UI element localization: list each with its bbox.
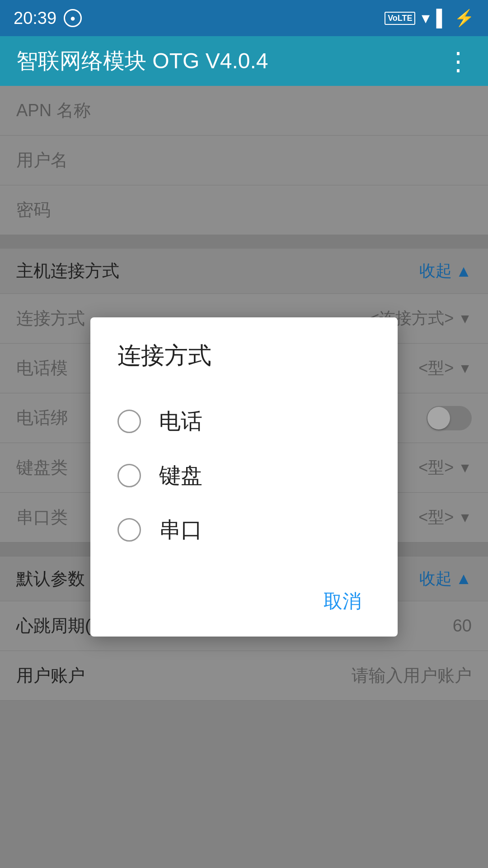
status-bar: 20:39 ● VoLTE ▾ ▌ ⚡: [0, 0, 488, 36]
battery-icon: ⚡: [454, 9, 474, 28]
connection-method-dialog: 连接方式 电话 键盘 串口 取消: [90, 317, 398, 637]
status-icons-group: VoLTE ▾ ▌ ⚡: [385, 9, 474, 28]
more-options-icon[interactable]: ⋮: [446, 47, 472, 76]
volte-icon: VoLTE: [385, 12, 415, 25]
app-title: 智联网络模块 OTG V4.0.4: [16, 47, 268, 75]
status-time-group: 20:39 ●: [14, 9, 82, 28]
signal-icon: ▌: [436, 9, 448, 28]
radio-circle-keyboard: [117, 464, 141, 487]
radio-circle-phone: [117, 410, 141, 433]
radio-circle-serial: [117, 518, 141, 542]
dialog-cancel-button[interactable]: 取消: [314, 584, 371, 618]
time-display: 20:39: [14, 9, 56, 28]
radio-label-serial: 串口: [159, 515, 202, 544]
radio-option-serial[interactable]: 串口: [117, 503, 371, 557]
radio-label-keyboard: 键盘: [159, 461, 202, 490]
app-bar: 智联网络模块 OTG V4.0.4 ⋮: [0, 36, 488, 86]
radio-label-phone: 电话: [159, 407, 202, 436]
dialog-actions: 取消: [117, 575, 371, 618]
wifi-icon: ▾: [422, 9, 430, 28]
radio-option-keyboard[interactable]: 键盘: [117, 448, 371, 503]
pocket-icon: ●: [64, 9, 82, 27]
content-background: APN 名称 用户名 密码 主机连接方式 收起 ▲ 连接方式 <连接方式> ▼ …: [0, 86, 488, 868]
dialog-title: 连接方式: [117, 340, 371, 372]
radio-option-phone[interactable]: 电话: [117, 394, 371, 448]
